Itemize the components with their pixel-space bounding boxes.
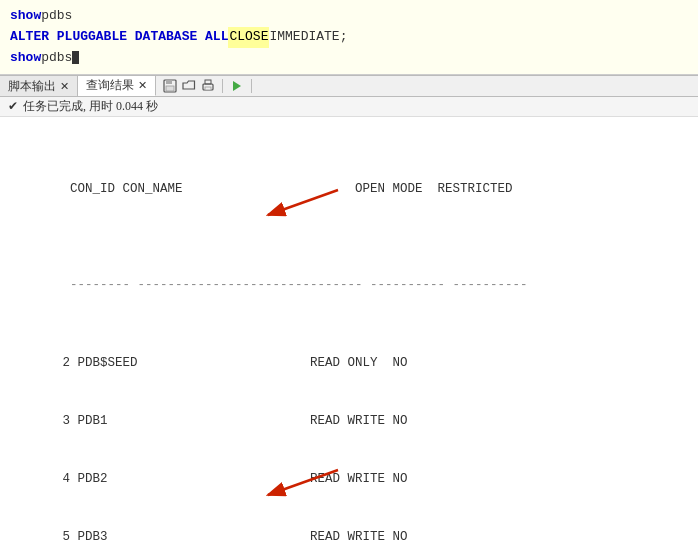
- toolbar: 脚本输出 ✕ 查询结果 ✕: [0, 75, 698, 97]
- table1-row-2-text: 3 PDB1 READ WRITE NO: [10, 414, 408, 428]
- tab-results-close[interactable]: ✕: [138, 79, 147, 92]
- table1-row-3: 4 PDB2 READ WRITE NO: [10, 470, 688, 489]
- svg-marker-6: [233, 81, 241, 91]
- editor-line-1: show pdbs: [10, 6, 688, 27]
- status-icon: ✔: [8, 99, 18, 114]
- toolbar-separator: [222, 79, 223, 93]
- editor-text-3: pdbs: [41, 48, 72, 69]
- toolbar-separator-2: [251, 79, 252, 93]
- editor-area: show pdbs ALTER PLUGGABLE DATABASE ALL C…: [0, 0, 698, 75]
- text-cursor: [72, 51, 79, 64]
- keyword-show-1: show: [10, 6, 41, 27]
- editor-text-1: pdbs: [41, 6, 72, 27]
- keyword-alter: ALTER PLUGGABLE DATABASE ALL: [10, 27, 228, 48]
- tab-results[interactable]: 查询结果 ✕: [78, 76, 156, 96]
- status-text: 任务已完成, 用时 0.044 秒: [23, 98, 158, 115]
- table1-row-3-text: 4 PDB2 READ WRITE NO: [10, 472, 408, 486]
- table1-row-4: 5 PDB3 READ WRITE NO: [10, 528, 688, 545]
- svg-rect-5: [205, 87, 211, 90]
- table1-sep-line: -------- ------------------------------ …: [55, 278, 528, 292]
- result-area: CON_ID CON_NAME OPEN MODE RESTRICTED ---…: [0, 117, 698, 545]
- table1-row-1-text: 2 PDB$SEED READ ONLY NO: [10, 356, 408, 370]
- svg-rect-2: [166, 86, 174, 91]
- tab-script-close[interactable]: ✕: [60, 80, 69, 93]
- tab-script[interactable]: 脚本输出 ✕: [0, 76, 78, 96]
- table1-header-row: CON_ID CON_NAME OPEN MODE RESTRICTED: [10, 160, 688, 218]
- table1-row-1: 2 PDB$SEED READ ONLY NO: [10, 354, 688, 373]
- table1-row-4-text: 5 PDB3 READ WRITE NO: [10, 530, 408, 544]
- table1: CON_ID CON_NAME OPEN MODE RESTRICTED ---…: [10, 121, 688, 545]
- table1-row-2: 3 PDB1 READ WRITE NO: [10, 412, 688, 431]
- editor-text-2: IMMEDIATE;: [269, 27, 347, 48]
- keyword-show-2: show: [10, 48, 41, 69]
- run-icon[interactable]: [229, 78, 245, 94]
- save-icon[interactable]: [162, 78, 178, 94]
- tab-script-label: 脚本输出: [8, 78, 56, 95]
- close-highlight: CLOSE: [228, 27, 269, 48]
- editor-line-2: ALTER PLUGGABLE DATABASE ALL CLOSE IMMED…: [10, 27, 688, 48]
- folder-icon[interactable]: [181, 78, 197, 94]
- tab-results-label: 查询结果: [86, 77, 134, 94]
- svg-rect-1: [166, 80, 172, 84]
- editor-line-3: show pdbs: [10, 48, 688, 69]
- table1-separator: -------- ------------------------------ …: [10, 257, 688, 315]
- toolbar-actions: [156, 76, 261, 96]
- print-icon[interactable]: [200, 78, 216, 94]
- table1-header: CON_ID CON_NAME OPEN MODE RESTRICTED: [55, 182, 513, 196]
- status-bar: ✔ 任务已完成, 用时 0.044 秒: [0, 97, 698, 117]
